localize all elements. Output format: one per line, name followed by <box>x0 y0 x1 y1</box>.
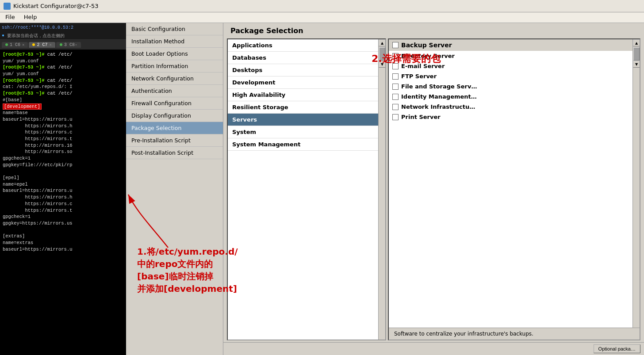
pkg-option-directory-server[interactable]: Directory Server <box>389 51 632 61</box>
pkg-label-email-server: E-mail Server <box>401 63 445 69</box>
pkg-label-identity-mgmt: Identity Management… <box>401 93 477 100</box>
nav-auth[interactable]: Authentication <box>126 85 223 97</box>
pkg-label-print-server: Print Server <box>401 114 441 120</box>
nav-sidebar: Basic Configuration Installation Method … <box>126 23 223 355</box>
ssh-prompt-bar: ● 要添加当前会话，点击左侧的 <box>0 32 126 40</box>
terminal-content: [root@c7-53 ~]# cat /etc/ yum/ yum.conf … <box>0 50 126 355</box>
menu-help[interactable]: Help <box>20 13 41 22</box>
dot-c6 <box>5 43 8 46</box>
main-layout: ssh://root:****@10.0.0.53:2 ● 要添加当前会话，点击… <box>0 23 644 355</box>
pkg-group-applications[interactable]: Applications <box>228 39 378 52</box>
ks-body: Basic Configuration Installation Method … <box>126 23 644 355</box>
scroll-thumb[interactable] <box>379 47 385 61</box>
highlight-development: [development] <box>3 103 42 110</box>
checkbox-email-server[interactable] <box>392 63 399 69</box>
menu-bar: File Help <box>0 12 644 23</box>
pkg-list-scrollbar[interactable]: ▲ ▼ <box>378 39 385 340</box>
checkbox-identity-mgmt[interactable] <box>392 94 399 100</box>
terminal-tabs: 1 C6 ✕ 2 C7 ✕ 3 C8- <box>0 40 126 50</box>
pkg-options-list: Backup Server Directory Server E-mail Se… <box>388 38 640 340</box>
opts-scroll-up-btn[interactable]: ▲ <box>633 39 640 46</box>
pkg-group-servers[interactable]: Servers <box>228 114 378 126</box>
tab-c7[interactable]: 2 C7 ✕ <box>29 42 55 48</box>
pkg-group-desktops[interactable]: Desktops <box>228 64 378 76</box>
nav-pre-install[interactable]: Pre-Installation Script <box>126 134 223 147</box>
package-body: Applications Databases Desktops Developm… <box>223 37 644 342</box>
pkg-group-high-avail[interactable]: High Availability <box>228 89 378 101</box>
pkg-option-backup-server[interactable]: Backup Server <box>389 39 632 51</box>
menu-file[interactable]: File <box>2 13 19 22</box>
kickstart-panel: Basic Configuration Installation Method … <box>126 23 644 355</box>
pkg-label-backup-server: Backup Server <box>401 42 452 49</box>
nav-boot-loader[interactable]: Boot Loader Options <box>126 48 223 60</box>
bottom-bar: Optional packa… <box>223 342 644 355</box>
pkg-label-network-infra: Network Infrastructu… <box>401 103 475 110</box>
scroll-up-btn[interactable]: ▲ <box>379 39 386 46</box>
pkg-option-ftp-server[interactable]: FTP Server <box>389 71 632 81</box>
nav-install-method[interactable]: Installation Method <box>126 35 223 48</box>
pkg-group-development[interactable]: Development <box>228 76 378 89</box>
content-area: Package Selection Applications Databases… <box>223 23 644 355</box>
checkbox-directory-server[interactable] <box>392 53 399 59</box>
pkg-group-databases[interactable]: Databases <box>228 52 378 64</box>
pkg-label-file-storage: File and Storage Serv… <box>401 83 477 90</box>
app-icon <box>4 3 11 10</box>
pkg-option-network-infra[interactable]: Network Infrastructu… <box>389 102 632 112</box>
nav-partition[interactable]: Partition Information <box>126 60 223 73</box>
pkg-description: Software to centralize your infrastructu… <box>389 328 640 340</box>
ssh-info: ssh://root:****@10.0.0.53:2 <box>2 25 73 30</box>
pkg-label-directory-server: Directory Server <box>401 53 455 59</box>
pkg-label-ftp-server: FTP Server <box>401 73 437 80</box>
title-bar: Kickstart Configurator@c7-53 <box>0 0 644 12</box>
checkbox-print-server[interactable] <box>392 114 399 120</box>
terminal-panel: ssh://root:****@10.0.0.53:2 ● 要添加当前会话，点击… <box>0 23 126 355</box>
checkbox-backup-server[interactable] <box>392 42 399 48</box>
pkg-options-scrollbar[interactable]: ▲ ▼ <box>632 39 640 328</box>
pkg-option-print-server[interactable]: Print Server <box>389 112 632 122</box>
checkbox-network-infra[interactable] <box>392 104 399 110</box>
pkg-option-identity-mgmt[interactable]: Identity Management… <box>389 92 632 102</box>
dot-c8 <box>60 43 62 46</box>
checkbox-file-storage[interactable] <box>392 84 399 90</box>
tab-c8[interactable]: 3 C8- <box>56 42 81 48</box>
title-bar-text: Kickstart Configurator@c7-53 <box>13 3 99 9</box>
nav-firewall[interactable]: Firewall Configuration <box>126 97 223 110</box>
nav-network[interactable]: Network Configuration <box>126 73 223 85</box>
tab-c6[interactable]: 1 C6 ✕ <box>2 42 28 48</box>
checkbox-ftp-server[interactable] <box>392 73 399 80</box>
pkg-group-list: Applications Databases Desktops Developm… <box>227 38 386 340</box>
pkg-option-email-server[interactable]: E-mail Server <box>389 61 632 71</box>
close-c7[interactable]: ✕ <box>49 42 51 47</box>
pkg-option-file-storage[interactable]: File and Storage Serv… <box>389 81 632 92</box>
opts-scroll-down-btn[interactable]: ▼ <box>633 61 640 68</box>
optional-packages-button[interactable]: Optional packa… <box>594 344 640 353</box>
nav-display[interactable]: Display Configuration <box>126 110 223 122</box>
close-c6[interactable]: ✕ <box>22 42 24 47</box>
nav-basic-config[interactable]: Basic Configuration <box>126 23 223 35</box>
ssh-top-bar: ssh://root:****@10.0.0.53:2 <box>0 23 126 32</box>
nav-package-selection[interactable]: Package Selection <box>126 122 223 134</box>
pkg-group-system[interactable]: System <box>228 126 378 138</box>
pkg-group-resilient[interactable]: Resilient Storage <box>228 101 378 114</box>
dot-c7 <box>32 43 35 46</box>
content-title: Package Selection <box>223 23 644 37</box>
pkg-group-system-mgmt[interactable]: System Management <box>228 138 378 151</box>
scroll-down-btn[interactable]: ▼ <box>379 61 386 68</box>
nav-post-install[interactable]: Post-Installation Script <box>126 147 223 159</box>
ssh-prompt-text: 要添加当前会话，点击左侧的 <box>7 33 65 39</box>
opts-scroll-thumb[interactable] <box>633 47 640 61</box>
